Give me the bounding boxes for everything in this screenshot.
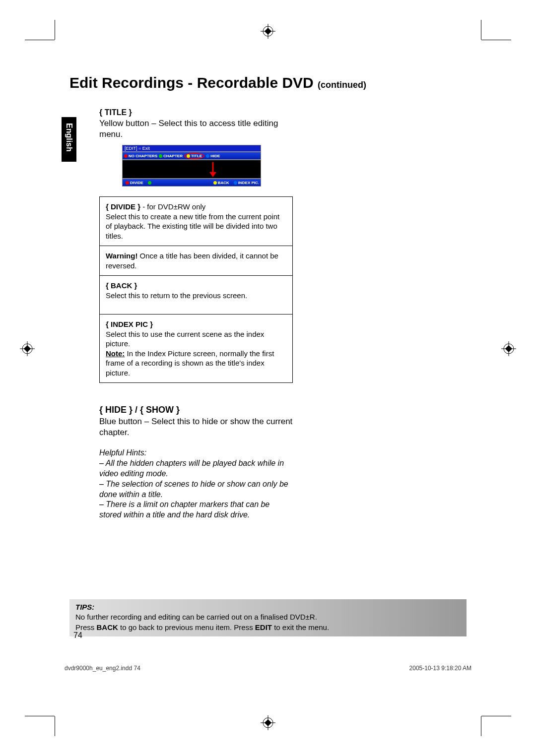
crop-mark — [55, 716, 55, 736]
hint-item: – There is a limit on chapter markers th… — [99, 500, 269, 519]
blue-dot-icon — [234, 181, 237, 185]
registration-mark-icon — [501, 341, 516, 358]
divide-warning: Warning! Once a title has been divided, … — [106, 251, 286, 270]
hint-item: – The selection of scenes to hide or sho… — [99, 480, 288, 499]
yellow-dot-icon — [213, 181, 217, 185]
divider — [100, 275, 292, 276]
footer-filename: dvdr9000h_eu_eng2.indd 74 — [65, 665, 140, 672]
osd-item — [148, 181, 151, 185]
crop-mark — [55, 20, 55, 40]
helpful-hints: Helpful Hints: – All the hidden chapters… — [99, 448, 293, 520]
divider — [100, 314, 292, 315]
green-dot-icon — [159, 154, 162, 158]
back-desc: Select this to return to the previous sc… — [106, 291, 247, 300]
note-label: Note: — [106, 349, 125, 358]
tips-band: TIPS: No further recording and editing c… — [69, 599, 467, 636]
osd-item: HIDE — [206, 154, 220, 158]
divide-block: { DIVIDE } - for DVD±RW only Select this… — [106, 202, 286, 241]
page-number: 74 — [73, 631, 82, 640]
hide-show-desc: Blue button – Select this to hide or sho… — [99, 416, 293, 438]
crop-mark — [25, 40, 55, 40]
osd-item: CHAPTER — [159, 154, 183, 158]
indexpic-block: { INDEX PIC } Select this to use the cur… — [106, 319, 286, 378]
crop-mark — [481, 716, 481, 736]
osd-bottom-bar: DIVIDE BACK INDEX PIC. — [122, 179, 261, 187]
title-desc: Yellow button – Select this to access ti… — [99, 118, 293, 140]
osd-preview-area — [122, 160, 261, 179]
tips-label: TIPS: — [75, 602, 101, 612]
info-box: { DIVIDE } - for DVD±RW only Select this… — [99, 196, 293, 383]
back-block: { BACK } Select this to return to the pr… — [106, 281, 286, 300]
page-title: Edit Recordings - Recordable DVD (contin… — [69, 74, 467, 91]
arrow-down-icon — [208, 162, 218, 177]
divide-desc: Select this to create a new title from t… — [106, 212, 279, 240]
indexpic-label: { INDEX PIC } — [106, 320, 153, 328]
footer-timestamp: 2005-10-13 9:18:20 AM — [409, 665, 471, 672]
red-dot-icon — [126, 181, 129, 185]
osd-menu-bar: NO CHAPTERS CHAPTER TITLE HIDE — [122, 152, 261, 160]
osd-item: INDEX PIC. — [234, 181, 259, 185]
svg-marker-17 — [209, 172, 216, 177]
hints-title: Helpful Hints: — [99, 448, 146, 457]
green-dot-icon — [148, 181, 151, 185]
note-text: In the Index Picture screen, normally th… — [106, 349, 274, 377]
registration-mark-icon — [261, 715, 275, 732]
osd-item: NO CHAPTERS — [124, 154, 157, 158]
divide-suffix: - for DVD±RW only — [140, 202, 205, 211]
osd-top-text: [EDIT] = Exit — [122, 145, 261, 152]
blue-dot-icon — [206, 154, 209, 158]
heading-main: Edit Recordings - Recordable DVD — [69, 74, 318, 91]
osd-diagram: [EDIT] = Exit NO CHAPTERS CHAPTER TITLE … — [122, 145, 261, 187]
divide-label: { DIVIDE } — [106, 202, 140, 211]
crop-mark — [481, 20, 481, 40]
title-heading: { TITLE } — [99, 108, 293, 117]
hide-show-section: { HIDE } / { SHOW } Blue button – Select… — [99, 405, 293, 520]
page-content: Edit Recordings - Recordable DVD (contin… — [69, 74, 467, 100]
red-dot-icon — [124, 154, 128, 158]
crop-mark — [481, 40, 511, 40]
print-footer: dvdr9000h_eu_eng2.indd 74 2005-10-13 9:1… — [65, 665, 471, 672]
crop-mark — [481, 716, 511, 716]
hide-show-heading: { HIDE } / { SHOW } — [99, 405, 293, 415]
indexpic-desc: Select this to use the current scene as … — [106, 330, 264, 348]
osd-item: DIVIDE — [126, 181, 143, 185]
yellow-dot-icon — [187, 154, 190, 158]
tips-text: No further recording and editing can be … — [75, 612, 433, 632]
main-column: { TITLE } Yellow button – Select this to… — [99, 108, 293, 520]
osd-item-title-highlight: TITLE — [184, 153, 204, 159]
registration-mark-icon — [261, 24, 275, 41]
hint-item: – All the hidden chapters will be played… — [99, 459, 284, 478]
language-tab: English — [62, 117, 76, 162]
language-label: English — [65, 123, 73, 152]
divider — [100, 246, 292, 246]
back-label: { BACK } — [106, 281, 137, 290]
warning-label: Warning! — [106, 252, 137, 260]
osd-item: BACK — [213, 181, 229, 185]
crop-mark — [25, 716, 55, 716]
registration-mark-icon — [20, 341, 35, 358]
heading-sub: (continued) — [318, 80, 366, 90]
